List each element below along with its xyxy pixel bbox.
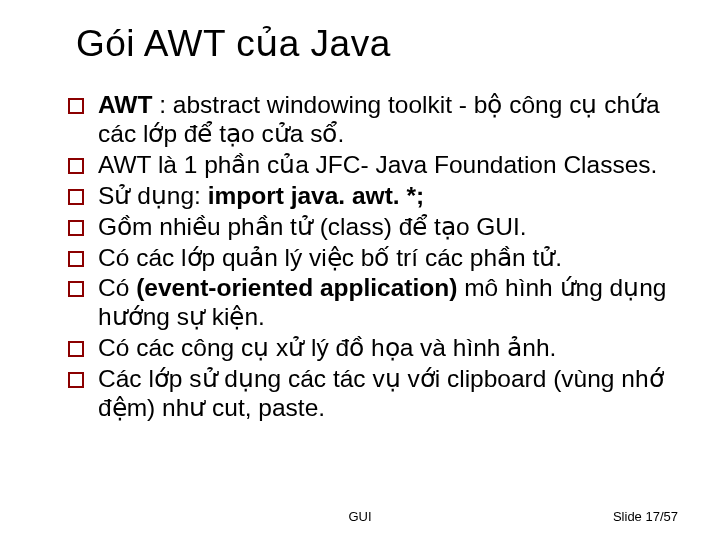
item-text: Gồm nhiều phần tử (class) để tạo GUI. bbox=[98, 213, 680, 242]
bullet-box-icon bbox=[68, 341, 84, 357]
footer-page-number: Slide 17/57 bbox=[613, 509, 678, 524]
list-item: Gồm nhiều phần tử (class) để tạo GUI. bbox=[72, 213, 680, 242]
list-item: Có các lớp quản lý việc bố trí các phần … bbox=[72, 244, 680, 273]
slide: Gói AWT của Java AWT : abstract windowin… bbox=[0, 0, 720, 540]
bullet-box-icon bbox=[68, 251, 84, 267]
list-item: Các lớp sử dụng các tác vụ với clipboard… bbox=[72, 365, 680, 423]
bullet-box-icon bbox=[68, 98, 84, 114]
bullet-box-icon bbox=[68, 372, 84, 388]
list-item: Có các công cụ xử lý đồ họa và hình ảnh. bbox=[72, 334, 680, 363]
list-item: AWT : abstract windowing toolkit - bộ cô… bbox=[72, 91, 680, 149]
item-text: Có (event-oriented application) mô hình … bbox=[98, 274, 680, 332]
item-text: Sử dụng: import java. awt. *; bbox=[98, 182, 680, 211]
item-text: AWT : abstract windowing toolkit - bộ cô… bbox=[98, 91, 680, 149]
bullet-box-icon bbox=[68, 281, 84, 297]
item-text: Có các lớp quản lý việc bố trí các phần … bbox=[98, 244, 680, 273]
list-item: Sử dụng: import java. awt. *; bbox=[72, 182, 680, 211]
item-text: Có các công cụ xử lý đồ họa và hình ảnh. bbox=[98, 334, 680, 363]
list-item: AWT là 1 phần của JFC- Java Foundation C… bbox=[72, 151, 680, 180]
bullet-box-icon bbox=[68, 158, 84, 174]
item-text: Các lớp sử dụng các tác vụ với clipboard… bbox=[98, 365, 680, 423]
page-title: Gói AWT của Java bbox=[76, 22, 680, 65]
bullet-list: AWT : abstract windowing toolkit - bộ cô… bbox=[72, 91, 680, 423]
item-text: AWT là 1 phần của JFC- Java Foundation C… bbox=[98, 151, 680, 180]
bullet-box-icon bbox=[68, 189, 84, 205]
bullet-box-icon bbox=[68, 220, 84, 236]
list-item: Có (event-oriented application) mô hình … bbox=[72, 274, 680, 332]
